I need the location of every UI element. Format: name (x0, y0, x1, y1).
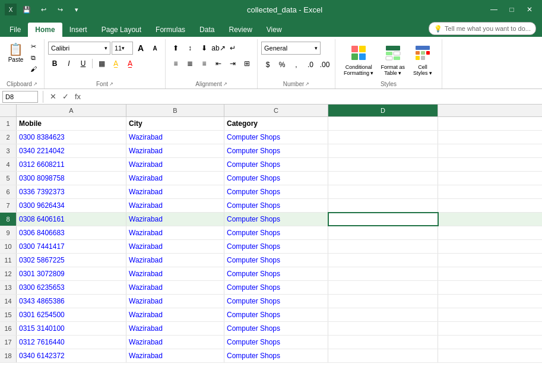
tab-data[interactable]: Data (192, 23, 221, 37)
cell-b14[interactable]: Wazirabad (126, 295, 224, 308)
cell-a3[interactable]: 0340 2214042 (17, 144, 126, 157)
cell-c10[interactable]: Computer Shops (224, 240, 328, 253)
cell-d9[interactable] (328, 226, 438, 239)
cell-a12[interactable]: 0301 3072809 (17, 267, 126, 280)
cell-c17[interactable]: Computer Shops (224, 336, 328, 349)
cell-d14[interactable] (328, 295, 438, 308)
increase-decimal-btn[interactable]: .00 (318, 58, 331, 71)
cell-a5[interactable]: 0300 8098758 (17, 172, 126, 185)
cell-b9[interactable]: Wazirabad (126, 226, 224, 239)
align-expand-icon[interactable]: ↗ (223, 81, 227, 87)
cell-b18[interactable]: Wazirabad (126, 349, 224, 362)
underline-btn[interactable]: U (77, 57, 90, 70)
clipboard-expand-icon[interactable]: ↗ (33, 81, 37, 87)
cell-d3[interactable] (328, 144, 438, 157)
number-expand-icon[interactable]: ↗ (305, 81, 309, 87)
cell-c11[interactable]: Computer Shops (224, 254, 328, 267)
cell-b16[interactable]: Wazirabad (126, 322, 224, 335)
cell-c18[interactable]: Computer Shops (224, 349, 328, 362)
cell-a6[interactable]: 0336 7392373 (17, 185, 126, 198)
cell-b11[interactable]: Wazirabad (126, 254, 224, 267)
formula-input[interactable] (85, 91, 540, 103)
cell-c5[interactable]: Computer Shops (224, 172, 328, 185)
cell-a18[interactable]: 0340 6142372 (17, 349, 126, 362)
cell-d12[interactable] (328, 267, 438, 280)
cell-a11[interactable]: 0302 5867225 (17, 254, 126, 267)
align-middle-btn[interactable]: ↕ (183, 42, 196, 55)
cell-a15[interactable]: 0301 6254500 (17, 308, 126, 321)
cell-d2[interactable] (328, 131, 438, 144)
cell-b10[interactable]: Wazirabad (126, 240, 224, 253)
cell-d15[interactable] (328, 308, 438, 321)
wrap-text-btn[interactable]: ↵ (226, 42, 239, 55)
decrease-font-btn[interactable]: A (148, 42, 161, 55)
minimize-btn[interactable]: — (486, 2, 502, 17)
cell-a4[interactable]: 0312 6608211 (17, 158, 126, 171)
tab-page-layout[interactable]: Page Layout (94, 23, 148, 37)
formula-fx-btn[interactable]: fx (73, 92, 83, 101)
col-header-d[interactable]: D (328, 105, 438, 116)
tell-me-box[interactable]: 💡 Tell me what you want to do... (429, 22, 536, 35)
increase-font-btn[interactable]: A (134, 42, 147, 55)
cell-d13[interactable] (328, 281, 438, 294)
cell-b5[interactable]: Wazirabad (126, 172, 224, 185)
font-color-btn[interactable]: A̲ (123, 57, 137, 70)
cell-c4[interactable]: Computer Shops (224, 158, 328, 171)
cell-a17[interactable]: 0312 7616440 (17, 336, 126, 349)
cell-c3[interactable]: Computer Shops (224, 144, 328, 157)
bold-btn[interactable]: B (48, 57, 61, 70)
cell-c9[interactable]: Computer Shops (224, 226, 328, 239)
format-painter-btn[interactable]: 🖌 (28, 64, 39, 74)
cell-d4[interactable] (328, 158, 438, 171)
undo-btn[interactable]: ↩ (37, 3, 50, 16)
cell-c2[interactable]: Computer Shops (224, 131, 328, 144)
align-top-btn[interactable]: ⬆ (169, 42, 182, 55)
cell-d16[interactable] (328, 322, 438, 335)
cell-d17[interactable] (328, 336, 438, 349)
tab-file[interactable]: File (2, 23, 28, 37)
increase-indent-btn[interactable]: ⇥ (226, 57, 239, 70)
cell-a10[interactable]: 0300 7441417 (17, 240, 126, 253)
cell-a13[interactable]: 0300 6235653 (17, 281, 126, 294)
decrease-decimal-btn[interactable]: .0 (304, 58, 317, 71)
formula-cancel-btn[interactable]: ✕ (48, 92, 58, 101)
cell-c7[interactable]: Computer Shops (224, 199, 328, 212)
close-btn[interactable]: ✕ (522, 2, 537, 17)
number-format-dropdown[interactable]: General ▾ (261, 42, 321, 55)
tab-formulas[interactable]: Formulas (148, 23, 192, 37)
cell-b15[interactable]: Wazirabad (126, 308, 224, 321)
cell-d1[interactable] (328, 117, 438, 130)
comma-btn[interactable]: , (290, 58, 303, 71)
cell-a9[interactable]: 0306 8406683 (17, 226, 126, 239)
cell-c14[interactable]: Computer Shops (224, 295, 328, 308)
cell-reference-box[interactable]: D8 (2, 91, 38, 103)
fill-color-btn[interactable]: A̲ (109, 57, 122, 70)
cell-c12[interactable]: Computer Shops (224, 267, 328, 280)
cell-a16[interactable]: 0315 3140100 (17, 322, 126, 335)
tab-home[interactable]: Home (28, 23, 62, 37)
cell-d18[interactable] (328, 349, 438, 362)
font-name-dropdown[interactable]: Calibri ▾ (48, 42, 110, 55)
align-left-btn[interactable]: ≡ (169, 57, 182, 70)
copy-btn[interactable]: ⧉ (28, 53, 39, 63)
col-header-c[interactable]: C (224, 105, 328, 116)
italic-btn[interactable]: I (62, 57, 75, 70)
align-bottom-btn[interactable]: ⬇ (198, 42, 211, 55)
cut-btn[interactable]: ✂ (28, 42, 39, 52)
align-center-btn[interactable]: ≣ (183, 57, 196, 70)
format-as-table-btn[interactable]: Format asTable ▾ (379, 43, 408, 78)
formula-confirm-btn[interactable]: ✓ (61, 92, 71, 101)
cell-c6[interactable]: Computer Shops (224, 185, 328, 198)
cell-b4[interactable]: Wazirabad (126, 158, 224, 171)
cell-c16[interactable]: Computer Shops (224, 322, 328, 335)
align-right-btn[interactable]: ≡ (198, 57, 211, 70)
cell-d10[interactable] (328, 240, 438, 253)
cell-b7[interactable]: Wazirabad (126, 199, 224, 212)
tab-view[interactable]: View (259, 23, 289, 37)
cell-c15[interactable]: Computer Shops (224, 308, 328, 321)
cell-b2[interactable]: Wazirabad (126, 131, 224, 144)
cell-b1[interactable]: City (126, 117, 224, 130)
cell-c13[interactable]: Computer Shops (224, 281, 328, 294)
cell-b3[interactable]: Wazirabad (126, 144, 224, 157)
customize-quick-access-btn[interactable]: ▾ (70, 3, 83, 16)
